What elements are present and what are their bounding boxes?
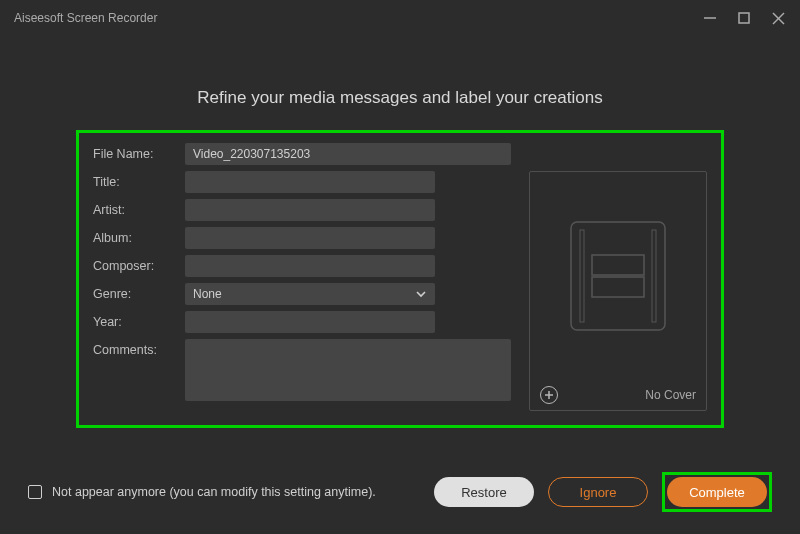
svg-rect-6 xyxy=(652,230,656,322)
select-genre[interactable]: None xyxy=(185,283,435,305)
cover-footer: No Cover xyxy=(530,380,706,410)
label-artist: Artist: xyxy=(93,199,185,221)
label-year: Year: xyxy=(93,311,185,333)
complete-highlight: Complete xyxy=(662,472,772,512)
app-title: Aiseesoft Screen Recorder xyxy=(14,11,157,25)
label-genre: Genre: xyxy=(93,283,185,305)
not-appear-checkbox[interactable] xyxy=(28,485,42,499)
page-title: Refine your media messages and label you… xyxy=(0,88,800,108)
row-album: Album: xyxy=(93,227,511,249)
bottom-bar: Not appear anymore (you can modify this … xyxy=(0,472,800,512)
svg-rect-4 xyxy=(571,222,665,330)
row-artist: Artist: xyxy=(93,199,511,221)
add-cover-icon[interactable] xyxy=(540,386,558,404)
svg-rect-7 xyxy=(592,255,644,275)
metadata-panel: File Name: Title: Artist: Album: Compose… xyxy=(76,130,724,428)
cover-placeholder-icon xyxy=(530,172,706,380)
select-genre-value: None xyxy=(193,287,222,301)
input-artist[interactable] xyxy=(185,199,435,221)
not-appear-checkbox-row[interactable]: Not appear anymore (you can modify this … xyxy=(28,485,376,499)
label-composer: Composer: xyxy=(93,255,185,277)
restore-button[interactable]: Restore xyxy=(434,477,534,507)
row-genre: Genre: None xyxy=(93,283,511,305)
minimize-icon[interactable] xyxy=(702,10,718,26)
svg-rect-5 xyxy=(580,230,584,322)
ignore-button[interactable]: Ignore xyxy=(548,477,648,507)
svg-rect-1 xyxy=(739,13,749,23)
cover-column: No Cover xyxy=(529,143,707,411)
maximize-icon[interactable] xyxy=(736,10,752,26)
row-comments: Comments: xyxy=(93,339,511,405)
not-appear-label: Not appear anymore (you can modify this … xyxy=(52,485,376,499)
label-file-name: File Name: xyxy=(93,143,185,165)
input-file-name[interactable] xyxy=(185,143,511,165)
row-file-name: File Name: xyxy=(93,143,511,165)
label-album: Album: xyxy=(93,227,185,249)
close-icon[interactable] xyxy=(770,10,786,26)
button-row: Restore Ignore Complete xyxy=(434,472,772,512)
row-title: Title: xyxy=(93,171,511,193)
window-controls xyxy=(702,10,786,26)
input-composer[interactable] xyxy=(185,255,435,277)
fields-column: File Name: Title: Artist: Album: Compose… xyxy=(93,143,511,411)
complete-button[interactable]: Complete xyxy=(667,477,767,507)
no-cover-label: No Cover xyxy=(645,388,696,402)
svg-rect-8 xyxy=(592,277,644,297)
chevron-down-icon xyxy=(415,288,427,300)
input-title[interactable] xyxy=(185,171,435,193)
input-album[interactable] xyxy=(185,227,435,249)
label-title: Title: xyxy=(93,171,185,193)
cover-box: No Cover xyxy=(529,171,707,411)
input-comments[interactable] xyxy=(185,339,511,401)
row-composer: Composer: xyxy=(93,255,511,277)
title-bar: Aiseesoft Screen Recorder xyxy=(0,0,800,36)
row-year: Year: xyxy=(93,311,511,333)
label-comments: Comments: xyxy=(93,339,185,361)
input-year[interactable] xyxy=(185,311,435,333)
